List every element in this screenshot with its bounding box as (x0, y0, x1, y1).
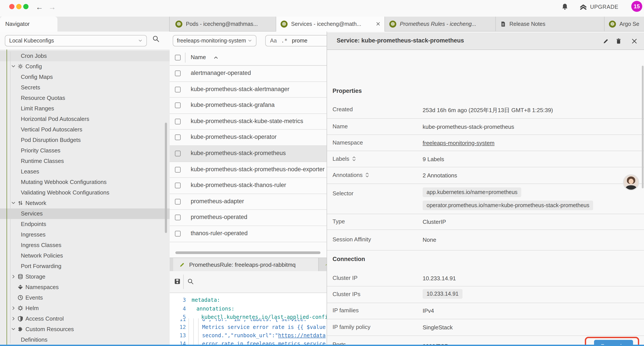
row-checkbox[interactable] (175, 215, 180, 221)
table-row[interactable]: kube-prometheus-stack-prometheus (170, 146, 327, 162)
sidebar-item-leases[interactable]: Leases (0, 166, 170, 177)
kubeconfig-selector[interactable]: Local Kubeconfigs (5, 35, 147, 46)
table-row[interactable]: prometheus-adapter (170, 194, 327, 210)
sidebar-item-horizontal-pod-autoscalers[interactable]: Horizontal Pod Autoscalers (0, 114, 170, 124)
close-window-button[interactable] (9, 4, 14, 9)
sidebar-item-limit-ranges[interactable]: Limit Ranges (0, 103, 170, 114)
detail-scrollbar[interactable] (642, 66, 644, 188)
table-row[interactable]: kube-prometheus-stack-grafana (170, 98, 327, 114)
tab-pods-icecheng-mathmas[interactable]: ☸Pods - icecheng@mathmas... (171, 16, 276, 31)
notifications-bell-icon[interactable] (561, 2, 568, 11)
table-row[interactable]: kube-prometheus-stack-operator (170, 130, 327, 146)
sidebar-item-vertical-pod-autoscalers[interactable]: Vertical Pod Autoscalers (0, 124, 170, 135)
tab-release-notes[interactable]: Release Notes (496, 16, 604, 31)
sidebar-item-network[interactable]: Network (0, 198, 170, 208)
sidebar-scrollbar[interactable] (165, 123, 167, 233)
chevron-right-icon (11, 316, 16, 321)
row-checkbox[interactable] (175, 231, 180, 237)
tab-navigator[interactable]: Navigator (0, 16, 58, 31)
notification-count-badge[interactable]: 15 (631, 1, 642, 12)
editor-tab-prometheusrule[interactable]: PrometheusRule: freeleaps-prod-rabbitmq (173, 258, 318, 272)
row-checkbox[interactable] (175, 86, 180, 92)
detail-row-ip-families: IP familiesIPv4 (327, 303, 644, 319)
yaml-editor[interactable]: 3metadata:4annotations:5kubectl.kubernet… (170, 293, 327, 345)
sidebar-item-namespaces[interactable]: Namespaces (0, 282, 170, 292)
row-checkbox[interactable] (175, 70, 180, 76)
sidebar-item-ingresses[interactable]: Ingresses (0, 229, 170, 240)
sidebar-item-resource-quotas[interactable]: Resource Quotas (0, 93, 170, 103)
editor-search-icon[interactable] (187, 278, 194, 285)
detail-row-cluster-ip: Cluster IP10.233.14.91 (327, 271, 644, 287)
sidebar-item-custom-resources[interactable]: Custom Resources (0, 324, 170, 335)
sidebar-item-endpoints[interactable]: Endpoints (0, 219, 170, 229)
match-case-toggle[interactable]: Aa (270, 38, 277, 44)
forward-arrow-icon[interactable]: → (47, 2, 57, 13)
detail-row-label: IP family policy (332, 324, 370, 330)
zoom-window-button[interactable] (23, 4, 28, 9)
sidebar-item-mutating-webhook-configurations[interactable]: Mutating Webhook Configurations (0, 177, 170, 187)
table-row[interactable]: kube-prometheus-stack-prometheus-node-ex… (170, 162, 327, 178)
row-checkbox[interactable] (175, 135, 180, 140)
row-checkbox[interactable] (175, 151, 180, 156)
sidebar-item-network-policies[interactable]: Network Policies (0, 250, 170, 261)
table-horizontal-scrollbar[interactable] (175, 251, 320, 254)
title-bar: ← → UPGRADE 15 (0, 0, 644, 16)
app-window: ← → UPGRADE 15 Navigator ☸Pods - icechen… (0, 0, 644, 346)
detail-row-value: 253d 16h 6m ago (2025年1月13日 GMT+8 1:25:3… (422, 107, 553, 114)
tab-prometheus-rules-icecheng[interactable]: ☸Prometheus Rules - icecheng... (385, 16, 496, 31)
table-body: alertmanager-operatedkube-prometheus-sta… (170, 66, 327, 242)
sidebar-search-icon[interactable] (152, 35, 160, 42)
delete-trash-icon[interactable] (616, 38, 622, 44)
table-row[interactable]: kube-prometheus-stack-kube-state-metrics (170, 114, 327, 130)
sidebar-item-storage[interactable]: Storage (0, 271, 170, 282)
sidebar-item-port-forwarding[interactable]: Port Forwarding (0, 261, 170, 271)
close-tab-icon[interactable] (376, 22, 380, 26)
detail-row-label: Namespace (332, 139, 363, 146)
sidebar-item-config-maps[interactable]: Config Maps (0, 72, 170, 82)
column-header-name[interactable]: Name (191, 54, 206, 60)
sidebar-item-events[interactable]: Events (0, 292, 170, 303)
tab-services-icecheng-math[interactable]: ☸Services - icecheng@math... (276, 16, 385, 31)
sidebar-item-label: Access Control (0, 315, 64, 322)
sidebar-item-cron-jobs[interactable]: Cron Jobs (0, 50, 170, 61)
row-checkbox[interactable] (175, 102, 180, 108)
sidebar-item-definitions[interactable]: Definitions (0, 335, 170, 345)
sidebar-item-config[interactable]: Config (0, 61, 170, 72)
sidebar-item-services[interactable]: Services (0, 208, 170, 219)
table-row[interactable]: kube-prometheus-stack-alertmanager (170, 82, 327, 98)
sidebar-item-secrets[interactable]: Secrets (0, 82, 170, 93)
row-checkbox[interactable] (175, 119, 180, 124)
save-icon[interactable] (174, 278, 180, 285)
sidebar-item-pod-disruption-budgets[interactable]: Pod Disruption Budgets (0, 135, 170, 145)
row-checkbox[interactable] (175, 199, 180, 205)
sort-ascending-icon[interactable] (214, 55, 218, 60)
assistant-avatar[interactable] (623, 174, 639, 191)
back-arrow-icon[interactable]: ← (35, 2, 44, 13)
sidebar-item-helm[interactable]: Helm (0, 303, 170, 313)
table-row[interactable]: kube-prometheus-stack-thanos-ruler (170, 178, 327, 194)
tab-argo-se[interactable]: ☸Argo Se (604, 16, 644, 31)
namespace-link[interactable]: freeleaps-monitoring-system (422, 139, 494, 146)
sidebar-item-validating-webhook-configurations[interactable]: Validating Webhook Configurations (0, 187, 170, 198)
namespace-selector[interactable]: freeleaps-monitoring-system (172, 35, 256, 46)
table-row[interactable]: prometheus-operated (170, 210, 327, 226)
sidebar-item-access-control[interactable]: Access Control (0, 313, 170, 324)
minimize-window-button[interactable] (16, 4, 22, 9)
select-all-checkbox[interactable] (175, 54, 180, 60)
sidebar-item-runtime-classes[interactable]: Runtime Classes (0, 156, 170, 166)
column-divider (185, 52, 185, 62)
table-row[interactable]: thanos-ruler-operated (170, 226, 327, 242)
close-icon[interactable] (631, 38, 638, 44)
upgrade-button[interactable]: UPGRADE (580, 2, 618, 12)
row-checkbox[interactable] (175, 183, 180, 188)
regex-toggle[interactable]: .* (281, 38, 288, 44)
table-row[interactable]: alertmanager-operated (170, 66, 327, 82)
row-checkbox[interactable] (175, 167, 180, 172)
sidebar-item-priority-classes[interactable]: Priority Classes (0, 145, 170, 156)
clock-icon (18, 295, 23, 301)
sidebar-item-ingress-classes[interactable]: Ingress Classes (0, 240, 170, 250)
section-heading-properties: Properties (332, 87, 362, 94)
filter-search-input[interactable]: Aa .* prome (265, 35, 327, 46)
editor-tab-partial[interactable] (319, 258, 327, 272)
edit-pencil-icon[interactable] (603, 38, 609, 44)
